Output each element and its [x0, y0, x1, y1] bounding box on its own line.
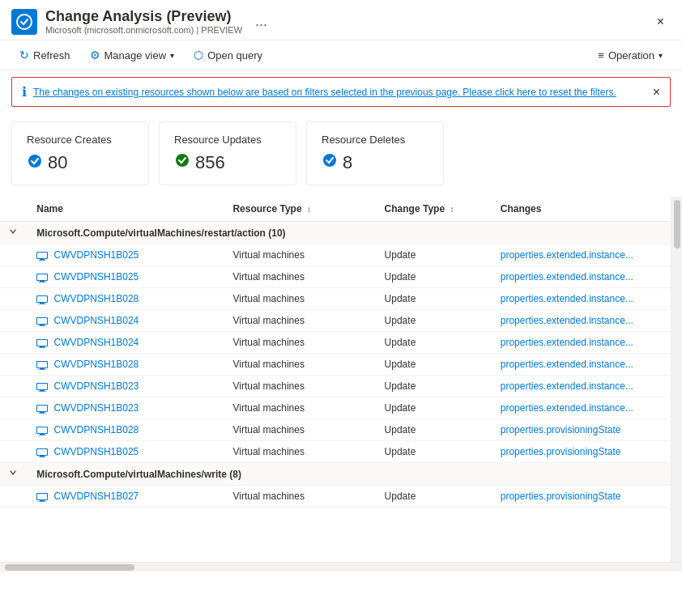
resource-deletes-card: Resource Deletes 8 — [306, 121, 444, 185]
manage-view-button[interactable]: ⚙ Manage view ▾ — [82, 45, 183, 65]
vm-icon — [36, 359, 50, 370]
group-label: Microsoft.Compute/virtualMachines/restar… — [28, 222, 671, 244]
row-changes-link[interactable]: properties.extended.instance... — [501, 359, 633, 370]
row-name-cell: CWVDPNSH1B028 — [28, 288, 224, 310]
col-resource-type-header[interactable]: Resource Type ↕ — [224, 197, 376, 222]
row-changes-cell: properties.extended.instance... — [492, 244, 671, 266]
row-changes-link[interactable]: properties.provisioningState — [501, 424, 621, 435]
change-type-sort-icon: ↕ — [450, 205, 454, 214]
svg-rect-22 — [38, 347, 46, 348]
row-expand-cell — [0, 354, 28, 376]
vm-icon — [36, 402, 50, 414]
alert-info-icon: ℹ — [22, 84, 27, 100]
row-name-link[interactable]: CWVDPNSH1B028 — [54, 293, 139, 304]
resource-deletes-value: 8 — [322, 152, 428, 173]
open-query-button[interactable]: ⬡ Open query — [185, 45, 271, 65]
row-resource-type-cell: Virtual machines — [224, 441, 376, 463]
vm-icon — [36, 446, 50, 457]
row-name-link[interactable]: CWVDPNSH1B028 — [54, 359, 139, 370]
row-resource-type-cell: Virtual machines — [224, 310, 376, 332]
row-name-cell: CWVDPNSH1B024 — [28, 310, 224, 332]
row-name-link[interactable]: CWVDPNSH1B024 — [54, 315, 139, 326]
table-row: CWVDPNSH1B025 Virtual machines Update pr… — [0, 266, 671, 288]
row-changes-link[interactable]: properties.provisioningState — [501, 446, 621, 457]
vertical-scrollbar[interactable] — [671, 197, 682, 562]
row-change-type-cell: Update — [377, 266, 492, 288]
row-changes-link[interactable]: properties.extended.instance... — [501, 337, 633, 348]
row-resource-type-cell: Virtual machines — [224, 266, 376, 288]
horizontal-scrollbar[interactable] — [0, 562, 682, 571]
group-row: Microsoft.Compute/virtualMachines/restar… — [0, 222, 671, 244]
svg-rect-7 — [37, 253, 47, 258]
row-changes-cell: properties.extended.instance... — [492, 376, 671, 397]
open-query-label: Open query — [207, 49, 262, 62]
operation-button[interactable]: ≡ Operation ▾ — [590, 46, 671, 65]
alert-message[interactable]: The changes on existing resources shown … — [33, 87, 616, 98]
table-header: Name Resource Type ↕ Change Type ↕ Chang… — [0, 197, 671, 222]
resource-updates-value: 856 — [174, 152, 281, 173]
row-name-link[interactable]: CWVDPNSH1B024 — [54, 337, 139, 348]
row-changes-link[interactable]: properties.provisioningState — [501, 491, 621, 502]
row-changes-link[interactable]: properties.extended.instance... — [501, 402, 633, 414]
row-changes-link[interactable]: properties.extended.instance... — [501, 271, 633, 283]
row-changes-link[interactable]: properties.extended.instance... — [501, 315, 633, 326]
row-name-cell: CWVDPNSH1B028 — [28, 354, 224, 376]
close-button[interactable]: × — [650, 11, 671, 32]
row-name-link[interactable]: CWVDPNSH1B028 — [54, 424, 139, 435]
group-expand-cell[interactable] — [0, 222, 28, 244]
resource-creates-value: 80 — [27, 152, 134, 173]
horizontal-scroll-thumb[interactable] — [5, 564, 134, 571]
svg-rect-11 — [37, 274, 47, 280]
resource-updates-icon — [174, 152, 190, 173]
row-change-type-cell: Update — [377, 310, 492, 332]
name-column-label: Name — [36, 203, 63, 215]
row-resource-type-cell: Virtual machines — [224, 486, 376, 508]
row-expand-cell — [0, 332, 28, 354]
svg-rect-46 — [38, 501, 46, 502]
vm-icon — [36, 271, 50, 283]
row-changes-link[interactable]: properties.extended.instance... — [501, 293, 633, 304]
row-resource-type-cell: Virtual machines — [224, 376, 376, 397]
row-change-type-cell: Update — [377, 486, 492, 508]
table-row: CWVDPNSH1B028 Virtual machines Update pr… — [0, 354, 671, 376]
refresh-icon: ↻ — [19, 49, 29, 62]
row-resource-type-cell: Virtual machines — [224, 419, 376, 441]
row-name-cell: CWVDPNSH1B023 — [28, 376, 224, 397]
col-name-header: Name — [28, 197, 224, 222]
resource-creates-label: Resource Creates — [27, 134, 134, 146]
group-expand-cell[interactable] — [0, 463, 28, 486]
group-expand-button[interactable] — [8, 227, 18, 239]
row-name-link[interactable]: CWVDPNSH1B025 — [54, 271, 139, 283]
resource-creates-count: 80 — [48, 152, 67, 173]
row-name-link[interactable]: CWVDPNSH1B025 — [54, 249, 139, 261]
resource-updates-card: Resource Updates 856 — [159, 121, 296, 185]
title-text: Change Analysis (Preview) Microsoft (mic… — [45, 8, 242, 35]
more-options-icon[interactable]: ... — [255, 13, 267, 30]
row-changes-link[interactable]: properties.extended.instance... — [501, 380, 633, 392]
row-name-link[interactable]: CWVDPNSH1B023 — [54, 380, 139, 392]
vm-icon — [36, 315, 50, 326]
alert-close-button[interactable]: × — [653, 85, 660, 100]
row-change-type-cell: Update — [377, 419, 492, 441]
row-name-link[interactable]: CWVDPNSH1B025 — [54, 446, 139, 457]
manage-view-label: Manage view — [104, 49, 167, 62]
table-wrapper[interactable]: Name Resource Type ↕ Change Type ↕ Chang… — [0, 197, 671, 562]
svg-rect-5 — [40, 259, 45, 261]
col-changes-header: Changes — [492, 197, 671, 222]
table-row: CWVDPNSH1B023 Virtual machines Update pr… — [0, 397, 671, 419]
row-name-link[interactable]: CWVDPNSH1B027 — [54, 491, 139, 502]
row-changes-link[interactable]: properties.extended.instance... — [501, 249, 633, 261]
svg-point-2 — [176, 154, 189, 167]
col-change-type-header[interactable]: Change Type ↕ — [377, 197, 492, 222]
table-row: CWVDPNSH1B025 Virtual machines Update pr… — [0, 441, 671, 463]
row-name-link[interactable]: CWVDPNSH1B023 — [54, 402, 139, 414]
refresh-button[interactable]: ↻ Refresh — [11, 45, 79, 65]
col-expand-header — [0, 197, 28, 222]
row-changes-cell: properties.extended.instance... — [492, 288, 671, 310]
main-area: Name Resource Type ↕ Change Type ↕ Chang… — [0, 197, 682, 562]
scrollbar-thumb[interactable] — [674, 200, 680, 249]
svg-rect-37 — [40, 434, 45, 435]
row-resource-type-cell: Virtual machines — [224, 288, 376, 310]
row-change-type-cell: Update — [377, 332, 492, 354]
group-expand-button[interactable] — [8, 468, 18, 480]
